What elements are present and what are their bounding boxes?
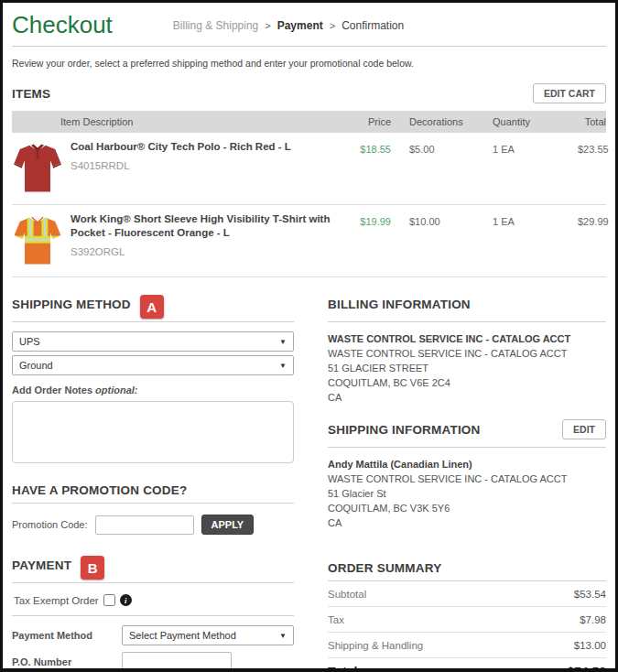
po-number-row: P.O. Number — [12, 652, 294, 671]
chevron-down-icon: ▼ — [279, 362, 287, 370]
divider — [12, 582, 294, 583]
item-description-cell: Work King® Short Sleeve High Visibility … — [12, 212, 338, 269]
column-total: Total — [578, 116, 606, 127]
divider — [328, 321, 606, 322]
item-quantity: 1 EA — [490, 140, 578, 155]
billing-address: WASTE CONTROL SERVICE INC - CATALOG ACCT… — [328, 331, 606, 405]
edit-cart-button[interactable]: EDIT CART — [533, 83, 606, 103]
checkout-page: Checkout Billing & Shipping > Payment > … — [0, 0, 618, 672]
summary-label: Shipping & Handling — [328, 640, 423, 651]
breadcrumb-payment: Payment — [277, 19, 323, 32]
summary-total-row: Total $74.52 — [328, 658, 606, 672]
item-name[interactable]: Work King® Short Sleeve High Visibility … — [70, 212, 338, 240]
tax-exempt-checkbox[interactable] — [103, 594, 115, 606]
summary-label: Subtotal — [328, 589, 366, 600]
summary-row: Tax $7.98 — [328, 607, 606, 633]
service-select[interactable]: Ground ▼ — [12, 355, 294, 375]
summary-row: Subtotal $53.54 — [328, 581, 606, 607]
po-number-label: P.O. Number — [12, 656, 122, 667]
shipping-address-line: COQUITLAM, BC V3K 5Y6 — [328, 501, 606, 515]
billing-address-line: WASTE CONTROL SERVICE INC - CATALOG ACCT — [328, 331, 606, 346]
promotion-code-input[interactable] — [95, 515, 194, 535]
item-text: Work King® Short Sleeve High Visibility … — [70, 212, 338, 269]
column-item-description: Item Description — [12, 116, 338, 127]
promotion-row: Promotion Code: APPLY — [12, 515, 294, 535]
payment-heading: PAYMENT — [12, 558, 71, 572]
shipping-method-heading: SHIPPING METHOD — [12, 298, 131, 311]
total-value: $74.52 — [567, 665, 606, 672]
column-price: Price — [338, 116, 391, 127]
page-title: Checkout — [12, 11, 113, 39]
billing-address-line: WASTE CONTROL SERVICE INC - CATALOG ACCT — [328, 346, 606, 361]
apply-button[interactable]: APPLY — [201, 515, 255, 535]
red-polo-shirt-image — [12, 140, 63, 197]
promotion-code-label: Promotion Code: — [12, 519, 88, 530]
shipping-address-line: CA — [328, 515, 606, 530]
payment-method-label: Payment Method — [12, 630, 122, 641]
item-price: $18.55 — [338, 140, 391, 155]
items-table-header: Item Description Price Decorations Quant… — [12, 111, 606, 133]
promotion-section: HAVE A PROMOTION CODE? Promotion Code: A… — [12, 483, 294, 535]
item-sku: S392ORGL — [70, 246, 338, 257]
order-notes-textarea[interactable] — [12, 401, 294, 463]
table-row: Work King® Short Sleeve High Visibility … — [12, 205, 606, 277]
page-header: Checkout Billing & Shipping > Payment > … — [12, 3, 606, 47]
shipping-address-line: WASTE CONTROL SERVICE INC - CATALOG ACCT — [328, 471, 606, 486]
items-heading: ITEMS — [12, 87, 50, 101]
shipping-address-line: 51 Glacier St — [328, 486, 606, 501]
payment-method-row: Payment Method Select Payment Method ▼ — [12, 625, 294, 645]
shipping-info-section: SHIPPING INFORMATION EDIT Andy Mattila (… — [328, 417, 606, 530]
item-name[interactable]: Coal Harbour® City Tech Polo - Rich Red … — [70, 140, 291, 154]
order-notes-label-text: Add Order Notes — [12, 385, 92, 396]
edit-shipping-button[interactable]: EDIT — [562, 419, 606, 439]
billing-address-line: CA — [328, 390, 606, 405]
items-table: Item Description Price Decorations Quant… — [12, 111, 606, 277]
shipping-method-header: SHIPPING METHOD A — [12, 292, 294, 316]
item-decorations: $5.00 — [391, 140, 490, 155]
tax-exempt-row: Tax Exempt Order i — [14, 594, 294, 606]
billing-address-line: COQUITLAM, BC V6E 2C4 — [328, 375, 606, 390]
content-columns: SHIPPING METHOD A UPS ▼ Ground ▼ Add Ord… — [12, 292, 606, 672]
order-notes-label: Add Order Notes optional: — [12, 385, 294, 396]
divider — [12, 615, 294, 616]
column-decorations: Decorations — [391, 116, 490, 127]
breadcrumb-separator: > — [265, 20, 270, 31]
shipping-address-line: Andy Mattila (Canadian Linen) — [328, 457, 606, 471]
item-text: Coal Harbour® City Tech Polo - Rich Red … — [70, 140, 291, 197]
left-column: SHIPPING METHOD A UPS ▼ Ground ▼ Add Ord… — [12, 292, 294, 672]
carrier-select[interactable]: UPS ▼ — [12, 331, 294, 352]
item-total: $23.55 — [578, 140, 609, 155]
info-icon[interactable]: i — [120, 594, 132, 606]
total-label: Total — [328, 665, 357, 672]
payment-section: PAYMENT B Tax Exempt Order i Payment Met… — [12, 553, 294, 671]
items-header-row: ITEMS EDIT CART — [12, 83, 606, 103]
summary-value: $53.54 — [574, 589, 606, 600]
billing-info-header: BILLING INFORMATION — [328, 292, 606, 316]
payment-method-select[interactable]: Select Payment Method ▼ — [122, 625, 294, 645]
table-row: Coal Harbour® City Tech Polo - Rich Red … — [12, 133, 606, 205]
order-summary-heading: ORDER SUMMARY — [328, 561, 606, 575]
summary-row: Shipping & Handling $13.00 — [328, 633, 606, 658]
item-sku: S4015RRDL — [70, 160, 291, 171]
order-summary-section: ORDER SUMMARY Subtotal $53.54 Tax $7.98 … — [328, 561, 606, 672]
tax-exempt-label: Tax Exempt Order — [14, 595, 99, 606]
breadcrumb-billing-shipping[interactable]: Billing & Shipping — [173, 19, 258, 32]
right-column: BILLING INFORMATION WASTE CONTROL SERVIC… — [328, 292, 606, 672]
divider — [12, 321, 294, 322]
billing-address-line: 51 GLACIER STREET — [328, 361, 606, 375]
promotion-heading: HAVE A PROMOTION CODE? — [12, 483, 294, 497]
summary-value: $7.98 — [580, 614, 606, 625]
item-decorations: $10.00 — [391, 212, 490, 227]
item-price: $19.99 — [338, 212, 391, 227]
shipping-address: Andy Mattila (Canadian Linen) WASTE CONT… — [328, 457, 606, 530]
carrier-selected-value: UPS — [19, 336, 40, 347]
step-badge-a: A — [140, 295, 164, 319]
orange-hi-vis-tshirt-image — [12, 212, 63, 269]
shipping-info-heading: SHIPPING INFORMATION — [328, 423, 481, 437]
po-number-input[interactable] — [122, 652, 232, 671]
shipping-info-header: SHIPPING INFORMATION EDIT — [328, 417, 606, 441]
summary-value: $13.00 — [574, 640, 606, 651]
breadcrumb-separator: > — [330, 20, 335, 31]
order-notes-optional-text: optional: — [95, 385, 137, 396]
step-badge-b: B — [81, 556, 104, 580]
